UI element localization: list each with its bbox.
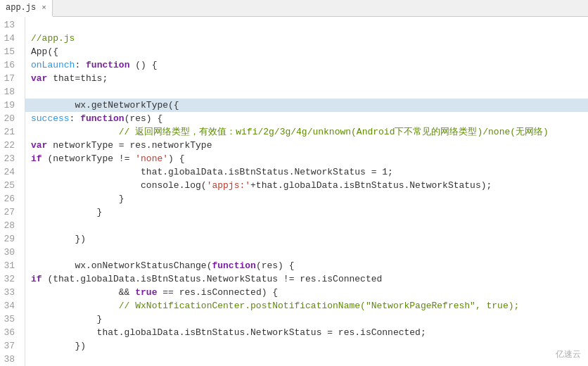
code-area: 1314151617181920212223242526272829303132… xyxy=(0,17,588,366)
line-number: 36 xyxy=(0,326,19,339)
line-number: 19 xyxy=(0,99,19,112)
line-number: 35 xyxy=(0,313,19,326)
code-line: && true == res.isConnected) { xyxy=(25,286,588,299)
code-line: if (networkType != 'none') { xyxy=(25,152,588,165)
line-number: 38 xyxy=(0,353,19,366)
tab-label: app.js xyxy=(6,3,36,13)
line-number: 14 xyxy=(0,32,19,45)
code-line xyxy=(25,18,588,32)
code-line: // WxNotificationCenter.postNotification… xyxy=(25,299,588,313)
code-line: wx.onNetworkStatusChange(function(res) { xyxy=(25,259,588,272)
line-number: 15 xyxy=(0,45,19,58)
code-line: }) xyxy=(25,339,588,353)
code-line: } xyxy=(25,192,588,206)
code-line: if (that.globalData.isBtnStatus.NetworkS… xyxy=(25,272,588,286)
code-line xyxy=(25,246,588,259)
code-line: } xyxy=(25,206,588,219)
editor-container: app.js × 1314151617181920212223242526272… xyxy=(0,0,588,366)
line-number: 32 xyxy=(0,272,19,286)
code-line: wx.getNetworkType({ xyxy=(25,99,588,112)
line-number: 20 xyxy=(0,112,19,125)
code-line: console.log('appjs:'+that.globalData.isB… xyxy=(25,179,588,192)
line-number: 18 xyxy=(0,85,19,99)
line-number: 28 xyxy=(0,219,19,232)
code-line: success: function(res) { xyxy=(25,112,588,125)
tab-item-appjs[interactable]: app.js × xyxy=(0,0,53,17)
line-numbers: 1314151617181920212223242526272829303132… xyxy=(0,17,25,366)
code-line xyxy=(25,85,588,99)
line-number: 23 xyxy=(0,152,19,165)
code-line: }) xyxy=(25,232,588,246)
code-line: //app.js xyxy=(25,32,588,45)
line-number: 24 xyxy=(0,165,19,179)
code-line: var that=this; xyxy=(25,72,588,85)
line-number: 30 xyxy=(0,246,19,259)
code-line xyxy=(25,353,588,366)
code-line: App({ xyxy=(25,45,588,58)
code-line: } xyxy=(25,313,588,326)
line-number: 31 xyxy=(0,259,19,272)
tab-bar: app.js × xyxy=(0,0,588,17)
code-line: var networkType = res.networkType xyxy=(25,139,588,152)
code-content[interactable]: //app.jsApp({ onLaunch: function () { va… xyxy=(25,17,588,366)
line-number: 17 xyxy=(0,72,19,85)
code-line: that.globalData.isBtnStatus.NetworkStatu… xyxy=(25,326,588,339)
code-line xyxy=(25,219,588,232)
line-number: 25 xyxy=(0,179,19,192)
code-line: that.globalData.isBtnStatus.NetworkStatu… xyxy=(25,165,588,179)
code-line: onLaunch: function () { xyxy=(25,58,588,72)
line-number: 37 xyxy=(0,339,19,353)
tab-close-button[interactable]: × xyxy=(41,4,46,12)
code-line: // 返回网络类型，有效值：wifi/2g/3g/4g/unknown(Andr… xyxy=(25,125,588,139)
line-number: 13 xyxy=(0,18,19,32)
line-number: 22 xyxy=(0,139,19,152)
line-number: 21 xyxy=(0,125,19,139)
line-number: 26 xyxy=(0,192,19,206)
line-number: 27 xyxy=(0,206,19,219)
line-number: 33 xyxy=(0,286,19,299)
line-number: 16 xyxy=(0,58,19,72)
line-number: 29 xyxy=(0,232,19,246)
line-number: 34 xyxy=(0,299,19,313)
